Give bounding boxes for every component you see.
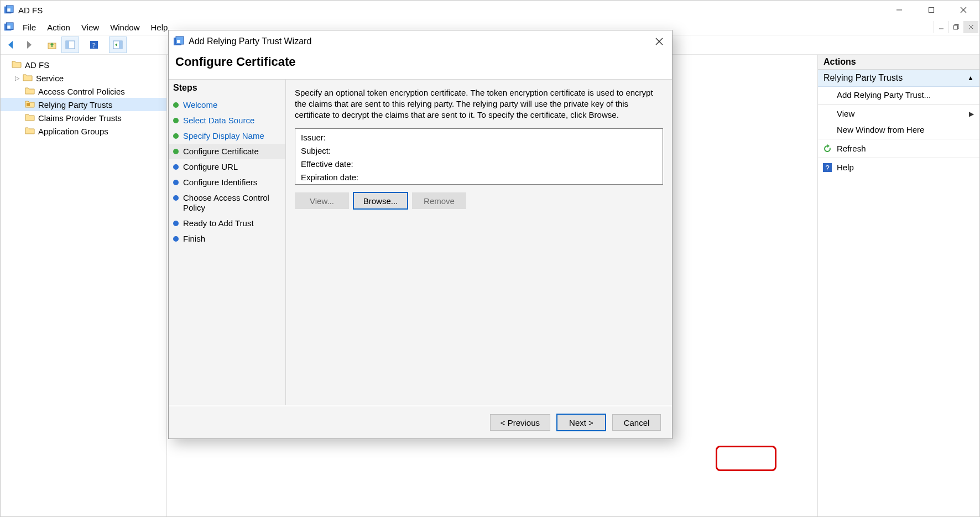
step-specify-display-name[interactable]: Specify Display Name bbox=[169, 128, 285, 144]
adfs-icon bbox=[4, 22, 14, 32]
step-label: Select Data Source bbox=[183, 116, 254, 126]
tree-item-acp[interactable]: Access Control Policies bbox=[1, 85, 166, 98]
tree-root[interactable]: AD FS bbox=[1, 58, 166, 71]
tree-item-service[interactable]: ▷ Service bbox=[1, 71, 166, 85]
step-welcome[interactable]: Welcome bbox=[169, 97, 285, 113]
svg-text:?: ? bbox=[825, 164, 829, 172]
back-button[interactable] bbox=[3, 37, 19, 53]
action-add-rpt[interactable]: Add Relying Party Trust... bbox=[818, 87, 979, 103]
refresh-icon bbox=[822, 144, 832, 154]
cancel-button[interactable]: Cancel bbox=[612, 414, 661, 431]
step-label: Specify Display Name bbox=[183, 131, 264, 141]
up-button[interactable] bbox=[44, 37, 60, 53]
browse-certificate-button[interactable]: Browse... bbox=[353, 192, 408, 209]
tree-label: Claims Provider Trusts bbox=[38, 113, 122, 123]
svg-rect-21 bbox=[119, 41, 122, 49]
help-button[interactable]: ? bbox=[86, 37, 102, 53]
certificate-info-box: Issuer: Subject: Effective date: Expirat… bbox=[295, 128, 663, 185]
bullet-icon bbox=[173, 236, 179, 242]
menu-window[interactable]: Window bbox=[105, 20, 145, 34]
wizard-content: Specify an optional token encryption cer… bbox=[286, 79, 672, 405]
maximize-button[interactable] bbox=[915, 1, 947, 19]
forward-button[interactable] bbox=[20, 37, 37, 53]
adfs-icon bbox=[173, 36, 184, 47]
cert-effective-label: Effective date: bbox=[301, 158, 657, 171]
folder-icon bbox=[25, 113, 35, 122]
step-select-data-source[interactable]: Select Data Source bbox=[169, 113, 285, 128]
previous-button[interactable]: < Previous bbox=[490, 414, 550, 431]
remove-certificate-button: Remove bbox=[412, 192, 466, 209]
svg-rect-12 bbox=[954, 25, 958, 29]
window-title: AD FS bbox=[18, 6, 883, 15]
folder-icon bbox=[12, 60, 22, 69]
tree-item-appgroups[interactable]: Application Groups bbox=[1, 124, 166, 138]
bullet-icon bbox=[173, 118, 179, 123]
separator bbox=[818, 139, 979, 139]
action-label: Help bbox=[837, 163, 854, 172]
step-finish[interactable]: Finish bbox=[169, 231, 285, 247]
action-label: Refresh bbox=[837, 144, 866, 153]
wizard-close-button[interactable] bbox=[647, 30, 672, 53]
action-help[interactable]: ? Help bbox=[818, 159, 979, 175]
tree-pane[interactable]: AD FS ▷ Service Access Control Policies … bbox=[1, 55, 167, 516]
step-label: Configure Identifiers bbox=[183, 177, 257, 187]
view-certificate-button: View... bbox=[295, 192, 349, 209]
svg-rect-22 bbox=[27, 103, 30, 106]
step-ready-to-add-trust[interactable]: Ready to Add Trust bbox=[169, 216, 285, 231]
bullet-icon bbox=[173, 195, 179, 201]
mdi-controls bbox=[934, 21, 978, 33]
step-configure-url[interactable]: Configure URL bbox=[169, 159, 285, 175]
mdi-close[interactable] bbox=[963, 21, 978, 33]
bullet-icon bbox=[173, 180, 179, 185]
adfs-icon bbox=[4, 5, 14, 15]
svg-rect-27 bbox=[177, 40, 180, 43]
step-choose-access-control-policy[interactable]: Choose Access Control Policy bbox=[169, 190, 285, 216]
tree-item-cpt[interactable]: Claims Provider Trusts bbox=[1, 111, 166, 124]
actions-group-header[interactable]: Relying Party Trusts ▲ bbox=[818, 70, 979, 87]
tree-label: Relying Party Trusts bbox=[38, 100, 112, 109]
menu-view[interactable]: View bbox=[76, 20, 105, 34]
bullet-icon bbox=[173, 133, 179, 139]
show-hide-actions-button[interactable] bbox=[109, 36, 127, 53]
svg-rect-4 bbox=[929, 8, 934, 13]
wizard-description: Specify an optional token encryption cer… bbox=[295, 87, 663, 121]
twisty-icon[interactable]: ▷ bbox=[15, 75, 23, 82]
help-icon: ? bbox=[822, 163, 832, 173]
folder-icon bbox=[25, 87, 35, 96]
wizard-body: Steps Welcome Select Data Source Specify… bbox=[169, 79, 672, 405]
action-label: New Window from Here bbox=[837, 125, 924, 134]
menu-action[interactable]: Action bbox=[41, 20, 76, 34]
step-label: Welcome bbox=[183, 100, 217, 110]
separator bbox=[818, 104, 979, 105]
step-label: Configure Certificate bbox=[183, 147, 259, 156]
folder-icon bbox=[23, 74, 33, 82]
tree-item-rpt[interactable]: Relying Party Trusts bbox=[1, 98, 166, 111]
bullet-icon bbox=[173, 221, 179, 226]
next-button[interactable]: Next > bbox=[557, 414, 606, 431]
separator bbox=[818, 158, 979, 158]
steps-pane: Steps Welcome Select Data Source Specify… bbox=[169, 79, 286, 405]
tree-label: Application Groups bbox=[38, 127, 108, 136]
mdi-minimize[interactable] bbox=[934, 21, 948, 33]
folder-icon bbox=[25, 100, 35, 109]
submenu-arrow-icon: ▶ bbox=[969, 110, 974, 118]
step-configure-certificate[interactable]: Configure Certificate bbox=[169, 144, 285, 159]
cert-subject-label: Subject: bbox=[301, 144, 657, 158]
minimize-button[interactable] bbox=[883, 1, 915, 19]
steps-title: Steps bbox=[169, 80, 285, 97]
actions-pane: Actions Relying Party Trusts ▲ Add Relyi… bbox=[817, 55, 979, 516]
action-new-window[interactable]: New Window from Here bbox=[818, 122, 979, 138]
action-view[interactable]: View ▶ bbox=[818, 106, 979, 122]
tree-label: Access Control Policies bbox=[38, 87, 125, 96]
wizard-footer: < Previous Next > Cancel bbox=[169, 406, 672, 438]
menu-file[interactable]: File bbox=[17, 20, 41, 34]
action-refresh[interactable]: Refresh bbox=[818, 140, 979, 156]
show-hide-tree-button[interactable] bbox=[61, 36, 79, 53]
close-button[interactable] bbox=[947, 1, 979, 19]
bullet-icon bbox=[173, 102, 179, 108]
step-configure-identifiers[interactable]: Configure Identifiers bbox=[169, 175, 285, 190]
wizard-heading: Configure Certificate bbox=[169, 53, 672, 79]
action-label: Add Relying Party Trust... bbox=[837, 90, 931, 100]
tree-root-label: AD FS bbox=[25, 60, 49, 70]
mdi-restore[interactable] bbox=[948, 21, 963, 33]
